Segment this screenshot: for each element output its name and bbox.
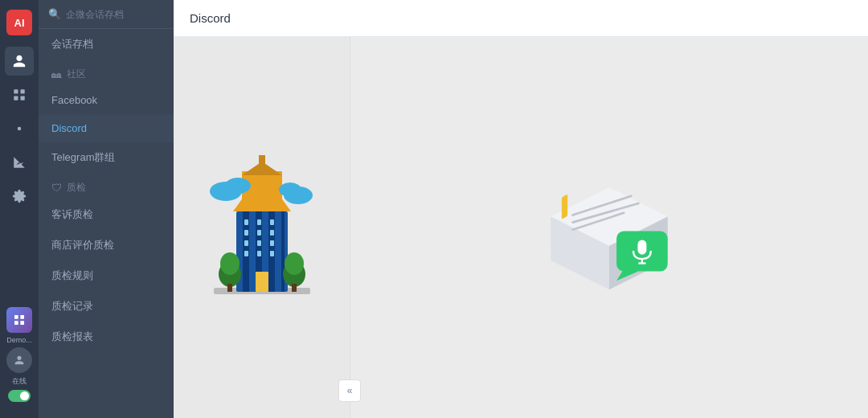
- left-panel: [174, 37, 350, 418]
- chat-archive-label: 会话存档: [51, 37, 93, 51]
- sidebar-item-telegram[interactable]: Telegram群组: [39, 142, 174, 173]
- quality-report-label: 质检报表: [51, 330, 93, 344]
- building-illustration: [198, 147, 326, 308]
- sidebar-item-complaint-quality[interactable]: 客诉质检: [39, 199, 174, 230]
- quality-icon: 🛡: [51, 182, 62, 194]
- collapse-button[interactable]: «: [338, 379, 361, 402]
- sidebar-item-facebook[interactable]: Facebook: [39, 86, 174, 114]
- svg-rect-37: [292, 284, 297, 292]
- complaint-quality-label: 客诉质检: [51, 207, 93, 222]
- svg-rect-19: [270, 219, 274, 225]
- svg-rect-45: [562, 194, 567, 219]
- search-icon: 🔍: [48, 8, 61, 20]
- svg-rect-20: [270, 230, 274, 236]
- shop-quality-label: 商店评价质检: [51, 238, 114, 252]
- online-label: 在线: [12, 376, 27, 387]
- crm-nav-icon[interactable]: [5, 80, 34, 109]
- svg-rect-48: [637, 240, 646, 254]
- sidebar-item-shop-quality[interactable]: 商店评价质检: [39, 230, 174, 260]
- user-avatar[interactable]: [6, 347, 32, 373]
- page-title: Discord: [190, 11, 231, 25]
- facebook-label: Facebook: [51, 94, 97, 106]
- demo-icon[interactable]: [6, 307, 32, 333]
- chat-illustration: [529, 163, 690, 292]
- sidebar-item-quality-rules[interactable]: 质检规则: [39, 260, 174, 291]
- sidebar-item-quality-report[interactable]: 质检报表: [39, 322, 174, 352]
- svg-point-29: [225, 178, 251, 194]
- main-header: Discord: [174, 0, 868, 37]
- community-icon: 🏘: [51, 68, 62, 80]
- svg-rect-0: [14, 89, 18, 93]
- svg-point-36: [285, 252, 304, 275]
- search-bar: 🔍: [39, 0, 174, 29]
- main-area: Discord: [174, 0, 868, 418]
- svg-rect-12: [244, 230, 248, 236]
- ai-nav-icon[interactable]: [5, 114, 34, 143]
- svg-rect-16: [257, 230, 261, 236]
- chart-nav-icon[interactable]: [5, 148, 34, 177]
- svg-rect-22: [270, 251, 274, 256]
- svg-rect-14: [244, 251, 248, 256]
- sidebar-item-discord[interactable]: Discord: [39, 114, 174, 142]
- quality-section-header: 🛡 质检: [39, 173, 174, 199]
- sidebar-item-chat-archive[interactable]: 会话存档: [39, 29, 174, 59]
- content-area: «: [174, 37, 868, 418]
- community-label: 社区: [67, 68, 86, 81]
- svg-rect-18: [257, 251, 261, 256]
- quality-label: 质检: [67, 181, 86, 195]
- svg-rect-11: [244, 219, 248, 225]
- right-panel: [350, 37, 868, 418]
- svg-rect-2: [14, 96, 18, 100]
- svg-rect-23: [256, 272, 268, 292]
- svg-rect-13: [244, 240, 248, 246]
- demo-group: Demo... 在线: [5, 307, 34, 408]
- sidebar-item-quality-records[interactable]: 质检记录: [39, 291, 174, 322]
- quality-rules-label: 质检规则: [51, 268, 93, 283]
- online-toggle[interactable]: [8, 390, 31, 402]
- svg-point-33: [220, 252, 240, 275]
- demo-label: Demo...: [5, 336, 34, 344]
- collapse-icon: «: [347, 385, 353, 396]
- community-section-header: 🏘 社区: [39, 59, 174, 86]
- svg-rect-15: [257, 219, 261, 225]
- svg-rect-21: [270, 240, 274, 246]
- svg-point-4: [18, 127, 22, 131]
- svg-rect-10: [281, 211, 285, 292]
- svg-rect-1: [21, 89, 25, 93]
- app-logo: AI: [6, 10, 32, 35]
- svg-rect-25: [242, 171, 282, 211]
- search-input[interactable]: [66, 9, 174, 20]
- nav-sidebar: 🔍 会话存档 🏘 社区 Facebook Discord Telegram群组 …: [39, 0, 174, 418]
- icon-sidebar: AI Demo... 在线: [0, 0, 39, 418]
- svg-rect-17: [257, 240, 261, 246]
- discord-label: Discord: [51, 122, 87, 134]
- svg-point-31: [279, 182, 301, 197]
- svg-rect-27: [259, 155, 265, 171]
- svg-rect-34: [227, 284, 232, 292]
- svg-rect-3: [21, 96, 25, 100]
- user-nav-icon[interactable]: [5, 47, 34, 76]
- settings-nav-icon[interactable]: [5, 182, 34, 211]
- telegram-label: Telegram群组: [51, 150, 115, 165]
- quality-records-label: 质检记录: [51, 299, 93, 314]
